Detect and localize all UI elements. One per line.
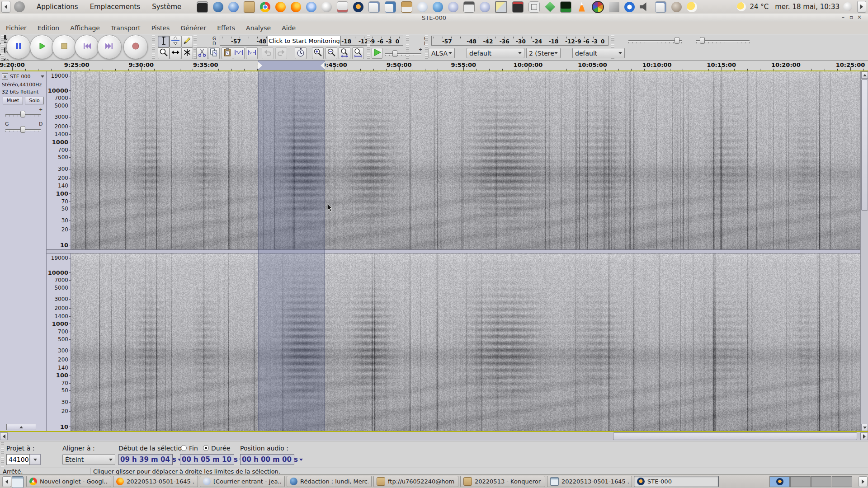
pause-button[interactable] — [6, 35, 31, 59]
toolbar-grip[interactable] — [367, 35, 370, 59]
skip-to-start-button[interactable] — [75, 35, 99, 59]
trim-audio-button[interactable] — [233, 47, 245, 59]
timeshift-tool-button[interactable] — [170, 47, 181, 59]
top-menu-applications[interactable]: Applications — [37, 3, 78, 11]
output-volume-slider[interactable] — [675, 37, 679, 44]
stop-button[interactable] — [52, 35, 76, 59]
libreoffice-icon[interactable] — [385, 1, 396, 13]
text-editor-icon[interactable] — [368, 1, 380, 13]
volume-icon[interactable] — [640, 2, 650, 12]
system-monitor-icon[interactable] — [560, 1, 571, 13]
gimp-icon[interactable] — [671, 2, 682, 12]
paste-button[interactable] — [222, 47, 233, 59]
task-button-ftp-u76052240-hom[interactable]: ftp://u76052240@hom... — [373, 476, 458, 487]
toolbar-grip[interactable] — [152, 35, 155, 59]
file-manager-icon[interactable] — [244, 1, 255, 13]
audacity-icon[interactable] — [353, 2, 363, 12]
scroll-left-button[interactable] — [0, 432, 8, 440]
weather-icon[interactable] — [687, 2, 697, 12]
menu-aide[interactable]: Aide — [282, 24, 296, 32]
horizontal-scroll-thumb[interactable] — [613, 432, 857, 440]
project-rate-input[interactable]: 44100 — [6, 454, 30, 465]
workspace-4[interactable] — [832, 476, 852, 487]
monitoring-tooltip[interactable]: Click to Start Monitoring — [268, 36, 341, 46]
toolbar-grip[interactable] — [1, 442, 4, 467]
gain-slider-thumb[interactable] — [20, 111, 25, 117]
task-button-courrier-entrant-jea[interactable]: [Courrier entrant - jea... — [200, 476, 285, 487]
selection-left-handle-icon[interactable] — [258, 62, 262, 69]
toolbar-grip[interactable] — [1, 35, 4, 59]
menu-pistes[interactable]: Pistes — [151, 24, 170, 32]
gnome-menu-icon[interactable] — [14, 1, 25, 12]
workspace-2[interactable] — [790, 476, 811, 487]
task-button-20220513-0501-1645[interactable]: 20220513-0501-1645 ... — [547, 476, 632, 487]
horizontal-scrollbar[interactable] — [0, 432, 868, 441]
toolbar-grip[interactable] — [425, 35, 428, 59]
scroll-right-button[interactable] — [860, 432, 868, 440]
chromium-icon[interactable] — [306, 2, 316, 12]
track-name-menu[interactable]: STE-000 — [10, 73, 45, 80]
ruler-selection-region[interactable] — [258, 61, 325, 70]
selection-duration-radio[interactable] — [203, 445, 209, 451]
display-ruler-icon[interactable] — [495, 1, 507, 13]
google-earth-icon[interactable] — [321, 2, 332, 12]
menu-analyse[interactable]: Analyse — [246, 24, 271, 32]
terminal-icon[interactable] — [197, 1, 208, 13]
top-menu-systeme[interactable]: Système — [152, 3, 181, 11]
audio-host-select[interactable]: ALSA — [429, 48, 455, 58]
track-control-panel[interactable]: × STE-000 Stéréo,44100Hz 32 bits flottan… — [0, 71, 47, 431]
firefox-alt-icon[interactable] — [291, 2, 301, 12]
task-button-redaction-lundi-merc[interactable]: Rédaction : lundi, Merc... — [287, 476, 372, 487]
konqueror-icon[interactable] — [228, 2, 239, 12]
power-switch-icon[interactable] — [528, 1, 540, 13]
spectrogram-left-channel[interactable] — [71, 71, 860, 249]
menu-effets[interactable]: Effets — [217, 24, 235, 32]
project-rate-dropdown-button[interactable] — [30, 454, 41, 465]
zoom-out-button[interactable] — [326, 47, 337, 59]
zoom-tool-button[interactable] — [158, 47, 170, 59]
menu-edition[interactable]: Edition — [38, 24, 59, 32]
window-titlebar[interactable]: STE-000 – ▫ × — [0, 14, 868, 23]
frequency-ruler-left-channel[interactable]: 1900010000700050003000200014001000700500… — [47, 71, 71, 249]
firefox-icon[interactable] — [275, 2, 286, 12]
menu-transport[interactable]: Transport — [111, 24, 141, 32]
calculator-icon[interactable] — [463, 1, 475, 13]
input-volume-slider[interactable] — [700, 37, 705, 44]
menu-fichier[interactable]: Fichier — [6, 24, 27, 32]
scroll-up-button[interactable] — [861, 71, 868, 79]
envelope-tool-button[interactable] — [170, 36, 181, 47]
selection-tool-button[interactable] — [158, 36, 170, 47]
session-globe-icon[interactable] — [843, 2, 852, 11]
audio-position-field[interactable]: 00 h 00 m 00 s — [240, 454, 294, 465]
panel-collapse-left-button[interactable] — [1, 1, 10, 13]
task-button-ste-000[interactable]: STE-000 — [634, 476, 719, 487]
track-collapse-button[interactable] — [6, 424, 36, 430]
copy-button[interactable] — [208, 47, 220, 59]
play-at-speed-button[interactable] — [372, 48, 382, 59]
menu-generer[interactable]: Générer — [180, 24, 206, 32]
minimize-button[interactable]: – — [840, 14, 846, 21]
selection-start-field[interactable]: 09 h 39 m 04 s — [118, 454, 173, 465]
scroll-down-button[interactable] — [861, 424, 868, 431]
panel-collapse-right-button[interactable] — [857, 1, 866, 13]
raven-icon[interactable] — [545, 2, 555, 12]
multi-tool-button[interactable] — [181, 47, 193, 59]
drawing-app-icon[interactable] — [655, 1, 666, 13]
maximize-button[interactable]: ▫ — [848, 14, 854, 21]
task-button-nouvel-onglet-googl[interactable]: Nouvel onglet - Googl... — [26, 476, 111, 487]
clock[interactable]: mer. 18 mai, 10:33 — [775, 3, 840, 11]
selection-duration-field[interactable]: 00 h 05 m 10 s — [180, 454, 234, 465]
record-button[interactable] — [123, 35, 148, 59]
spectrogram-right-channel[interactable] — [71, 253, 860, 431]
weather-icon[interactable] — [737, 2, 746, 11]
amule-alt-icon[interactable] — [480, 2, 490, 12]
selection-end-radio[interactable] — [181, 445, 187, 451]
vertical-scroll-thumb[interactable] — [861, 80, 868, 211]
play-button[interactable] — [30, 35, 54, 59]
media-player-icon[interactable] — [433, 2, 443, 12]
top-menu-emplacements[interactable]: Emplacements — [90, 3, 141, 11]
track-close-button[interactable]: × — [2, 73, 8, 80]
playback-meter[interactable]: -57-48-42-36-30-24-18-12-9-6-30 — [431, 36, 609, 46]
playback-device-select[interactable]: default — [572, 48, 625, 58]
task-button-20220513-konqueror[interactable]: 20220513 - Konqueror — [460, 476, 545, 487]
